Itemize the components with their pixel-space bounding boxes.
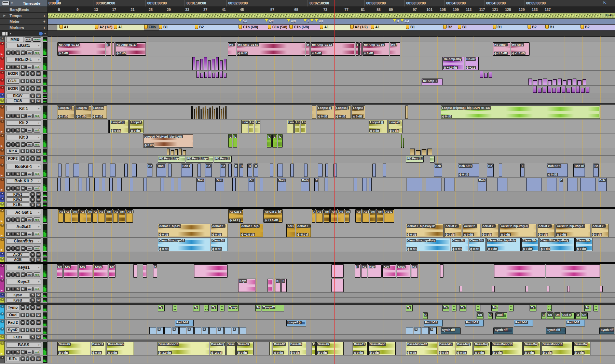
track-lane[interactable]: SSSSSSSSSynth riffSynth riffSynth riffSy… [48, 327, 615, 335]
clip[interactable]: Tymp [228, 305, 239, 311]
mute-button[interactable]: M [21, 186, 26, 191]
mute-button[interactable]: M [36, 356, 41, 361]
clip-gain-badge[interactable]: ϕ 0 dB [542, 351, 552, 354]
clip[interactable]: Bass-88ϕ 0 dB [273, 342, 288, 355]
clip[interactable]: AcGat 2_ϕ 0 dB [591, 224, 609, 237]
clip[interactable]: Bass-89ϕ 0 dB [236, 342, 254, 355]
track-lane[interactable]: Loops6 (|ϕ 0 dBLoops6 |ϕ 0 dBLoops6ϕ 0 d… [48, 105, 615, 120]
clip-stripe[interactable] [489, 72, 492, 78]
clip[interactable]: Re-Amp_01-17ϕ 0 dB [115, 42, 146, 56]
record-enable-button[interactable] [6, 272, 11, 277]
clip-gain-badge[interactable]: ϕ 0 dB [144, 143, 154, 147]
mute-button[interactable]: M [21, 172, 26, 176]
track-lane[interactable] [48, 252, 615, 257]
clip[interactable]: Bob [196, 178, 205, 191]
clip[interactable]: Ac ( [98, 209, 105, 223]
clip-stripe[interactable] [562, 86, 565, 93]
collapse-icon[interactable]: ▼ [0, 342, 4, 345]
playlist-arrow-icon[interactable]: ▶ [1, 53, 3, 56]
track-name[interactable]: Kit 4 [6, 149, 19, 154]
solo-button[interactable]: S [30, 305, 35, 310]
clip-gain-badge[interactable]: ϕ 0 dB [456, 351, 467, 354]
clip[interactable]: Bass-11ϕ 0 dB [91, 342, 106, 355]
clip-gain-badge[interactable]: ϕ 0 dB [474, 351, 485, 354]
solo-button[interactable]: S [15, 128, 20, 132]
track-lane[interactable]: Re-Amp_01-12ϕ 0 dBFRe-Amp_01-17ϕ 0 dBRe-… [48, 42, 615, 56]
input-monitor-button[interactable]: I [11, 114, 15, 118]
track-name[interactable]: Clean5ths▼ [6, 238, 41, 244]
clip[interactable]: Oud-0 [561, 312, 575, 319]
clip[interactable]: Clean 5ths_bip-Polyϕ 0 dB [406, 238, 450, 251]
clip[interactable]: F [106, 42, 111, 56]
meter-event[interactable]: 3 [393, 19, 399, 23]
caret-down-icon[interactable]: ▼ [11, 2, 13, 5]
clip[interactable]: Pad 2-03 [465, 320, 484, 326]
clip[interactable]: Key [64, 264, 78, 278]
collapse-icon[interactable]: ▼ [0, 320, 4, 323]
clip-stripe[interactable] [203, 108, 204, 119]
input-monitor-button[interactable]: I [11, 186, 15, 191]
track-color-tab[interactable]: ▼ [0, 148, 5, 155]
mute-button[interactable]: M [36, 313, 41, 317]
clip[interactable]: AcGat 2_bip-ϕ +1.5 dB [240, 224, 263, 237]
track-name[interactable]: FXBs [6, 335, 29, 339]
record-enable-button[interactable] [6, 287, 11, 291]
clip[interactable]: Bob Kit 1ϕ 0 dB [458, 164, 479, 177]
playlist-arrow-icon[interactable]: ▶ [1, 234, 3, 237]
clip[interactable]: R [306, 42, 310, 56]
clip[interactable] [260, 178, 263, 191]
clip-stripe[interactable] [557, 87, 561, 93]
automation-mode-button[interactable]: red [33, 172, 40, 176]
solo-button[interactable]: S [15, 142, 20, 147]
clip-gain-badge[interactable]: ϕ 0 dB [363, 52, 374, 55]
clip[interactable] [86, 178, 90, 191]
clip-gain-badge[interactable]: ϕ -1.5 dB [511, 52, 525, 55]
clip[interactable]: ◄►◄► [452, 305, 456, 311]
clip-stripe[interactable] [216, 57, 219, 70]
collapse-icon[interactable]: ▼ [0, 252, 4, 255]
marker[interactable]: B2 [195, 25, 204, 29]
waveform-view-button[interactable]: wv [26, 287, 33, 291]
solo-button[interactable]: S [15, 232, 20, 236]
clip[interactable]: L [233, 134, 237, 148]
clip-stripe[interactable] [553, 79, 557, 85]
clip[interactable]: L [278, 134, 283, 148]
playlist-arrow-icon[interactable]: ▶ [1, 116, 3, 119]
collapse-icon[interactable]: ▼ [0, 327, 4, 331]
waveform-view-button[interactable]: wv [26, 232, 33, 236]
track-color-tab[interactable]: ▼ [0, 252, 5, 257]
clip[interactable]: Re-Amp-Rhyϕ +4.0 dB [442, 57, 464, 70]
clip[interactable] [546, 264, 600, 278]
clip-gain-badge[interactable]: ϕ 0 dB [336, 115, 346, 118]
waveform-view-button[interactable]: wv [26, 272, 33, 277]
clip-stripe[interactable] [208, 60, 211, 70]
playlist-arrow-icon[interactable]: ▶ [1, 289, 3, 292]
solo-button[interactable]: S [30, 79, 35, 83]
mute-button[interactable]: M [21, 128, 26, 132]
clip[interactable]: Ou [547, 312, 554, 319]
clip-stripe[interactable] [183, 150, 186, 155]
record-enable-button[interactable] [6, 186, 11, 191]
clip-stripe[interactable] [221, 109, 222, 119]
solo-button[interactable]: S [30, 192, 35, 197]
ruler-menu-icon[interactable] [2, 1, 10, 6]
clip[interactable]: Ac | [338, 209, 344, 223]
clip-gain-badge[interactable]: ϕ 0 dB [311, 52, 322, 55]
track-name[interactable]: KysB [6, 298, 29, 303]
collapse-icon[interactable]: ▼ [0, 197, 4, 200]
clip[interactable]: Lo [255, 120, 260, 133]
clip[interactable] [168, 164, 172, 177]
clip[interactable]: B [239, 164, 243, 177]
track-lane[interactable] [48, 86, 615, 93]
track-name-menu-icon[interactable]: ▼ [38, 265, 40, 270]
step-clip[interactable] [179, 327, 186, 334]
clock-icon[interactable] [39, 31, 43, 36]
clip-stripe[interactable] [416, 150, 421, 155]
clip[interactable]: Bass-Mo|ϕ 0 dB [474, 342, 491, 355]
clip-gain-badge[interactable]: ϕ 0 dB [237, 351, 248, 354]
track-name[interactable]: ElGtV [6, 94, 29, 98]
clip[interactable]: Tymp-47 [262, 305, 284, 311]
track-lane[interactable] [48, 93, 615, 98]
record-enable-button[interactable] [6, 246, 11, 251]
clip[interactable]: E [314, 178, 318, 191]
